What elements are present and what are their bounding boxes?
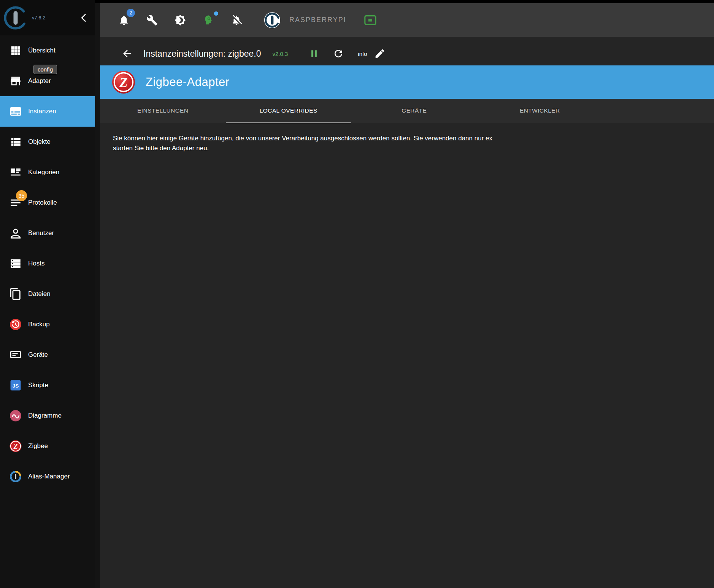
alias-icon [9, 470, 22, 483]
sidebar-item-hosts[interactable]: Hosts [0, 248, 95, 279]
window-top-strip [95, 0, 714, 3]
backup-icon [9, 318, 22, 331]
sidebar-item-label: Kategorien [28, 168, 59, 176]
back-button[interactable] [121, 47, 133, 60]
host-name: RASPBERRYPI [289, 16, 346, 24]
main-content: Instanzeinstellungen: zigbee.0 v2.0.3 in… [100, 37, 714, 588]
description-line-1: Sie können hier einige Geräte hinzufügen… [113, 133, 714, 143]
pause-instance-button[interactable] [308, 47, 321, 60]
app-version: v7.6.2 [32, 15, 78, 21]
svg-text:Z: Z [13, 443, 17, 450]
tabs: EINSTELLUNGENLOCAL OVERRIDESGERÄTEENTWIC… [100, 99, 603, 123]
sidebar-item-label: Übersicht [28, 47, 56, 54]
sidebar-item-label: Geräte [28, 351, 48, 359]
adapter-title: Zigbee-Adapter [146, 75, 230, 89]
log-count-badge: 35 [16, 190, 27, 201]
adapter-banner: Z Zigbee-Adapter [100, 65, 714, 99]
notifications-off-button[interactable] [230, 14, 243, 27]
sidebar-item-alias-manager[interactable]: Alias-Manager [0, 461, 95, 492]
tabs-bar: EINSTELLUNGENLOCAL OVERRIDESGERÄTEENTWIC… [100, 99, 714, 123]
picture-in-picture-icon [364, 13, 377, 27]
description-line-2: starten Sie bitte den Adapter neu. [113, 143, 714, 153]
topbar: 2 RASPBERRYPI [100, 3, 714, 37]
grid-icon [9, 44, 22, 57]
instance-header: Instanzeinstellungen: zigbee.0 v2.0.3 in… [100, 42, 714, 65]
instances-icon [9, 105, 22, 118]
pencil-icon [374, 48, 386, 59]
iobroker-logo-icon [263, 11, 281, 29]
sidebar-item-label: Zigbee [28, 442, 48, 450]
sidebar: v7.6.2 ÜbersichtAdapterInstanzenObjekteK… [0, 0, 95, 588]
wrench-icon [146, 14, 158, 26]
sidebar-item-label: Benutzer [28, 229, 54, 237]
back-arrow-icon [121, 48, 133, 59]
restart-instance-button[interactable] [332, 47, 345, 60]
sidebar-item-label: Diagramme [28, 412, 62, 420]
js-icon: JS [9, 379, 22, 392]
logs-icon: 35 [9, 196, 22, 209]
tab-ger-te[interactable]: GERÄTE [351, 99, 477, 123]
sidebar-item-label: Hosts [28, 260, 44, 267]
edit-button[interactable] [373, 47, 386, 60]
screen-width-button[interactable] [364, 14, 377, 27]
host-selector[interactable]: RASPBERRYPI [263, 11, 346, 29]
sidebar-item-zigbee[interactable]: ZZigbee [0, 431, 95, 461]
categories-icon [9, 166, 22, 179]
svg-text:JS: JS [13, 383, 19, 389]
sidebar-item-benutzer[interactable]: Benutzer [0, 218, 95, 248]
sidebar-item-label: Alias-Manager [28, 473, 70, 480]
expert-head-icon [203, 14, 214, 26]
sidebar-item-backup[interactable]: Backup [0, 309, 95, 340]
sidebar-item-kategorien[interactable]: Kategorien [0, 157, 95, 188]
sidebar-header: v7.6.2 [0, 0, 95, 35]
charts-icon [9, 409, 22, 422]
sidebar-item-objekte[interactable]: Objekte [0, 127, 95, 157]
pause-icon [308, 48, 320, 59]
notifications-off-icon [231, 14, 242, 26]
devices-icon [9, 348, 22, 361]
tab-entwickler[interactable]: ENTWICKLER [477, 99, 603, 123]
sidebar-item-protokolle[interactable]: 35Protokolle [0, 188, 95, 218]
sidebar-item-instanzen[interactable]: Instanzen [0, 96, 95, 127]
zigbee-icon: Z [9, 440, 22, 453]
page-title: Instanzeinstellungen: zigbee.0 [143, 49, 261, 59]
sidebar-item-label: Dateien [28, 290, 51, 298]
store-icon [9, 75, 22, 87]
sidebar-item-label: Instanzen [28, 108, 56, 115]
sidebar-item-diagramme[interactable]: Diagramme [0, 400, 95, 431]
expert-mode-dot [214, 11, 218, 16]
settings-button[interactable] [146, 14, 159, 27]
brightness-icon [175, 14, 186, 26]
sidebar-item-label: Objekte [28, 138, 51, 146]
refresh-icon [333, 48, 344, 59]
zigbee-logo-icon: Z [111, 70, 136, 94]
sidebar-item-label: Protokolle [28, 199, 57, 207]
sidebar-item-label: Skripte [28, 381, 48, 389]
sidebar-nav: ÜbersichtAdapterInstanzenObjekteKategori… [0, 35, 95, 492]
theme-toggle-button[interactable] [174, 14, 187, 27]
notifications-button[interactable]: 2 [117, 14, 130, 27]
sidebar-item-uebersicht[interactable]: Übersicht [0, 35, 95, 66]
tab-local-overrides[interactable]: LOCAL OVERRIDES [226, 99, 352, 123]
objects-icon [9, 135, 22, 148]
files-icon [9, 288, 22, 300]
tab-einstellungen[interactable]: EINSTELLUNGEN [100, 99, 226, 123]
hosts-icon [9, 257, 22, 270]
sidebar-item-label: Adapter [28, 77, 51, 85]
tab-content: Sie können hier einige Geräte hinzufügen… [100, 123, 714, 153]
sidebar-item-dateien[interactable]: Dateien [0, 279, 95, 309]
sidebar-item-skripte[interactable]: JSSkripte [0, 370, 95, 400]
info-link[interactable]: info [358, 51, 367, 57]
adapter-version: v2.0.3 [272, 51, 288, 57]
sidebar-item-label: Backup [28, 321, 50, 328]
notifications-badge: 2 [127, 9, 135, 17]
iobroker-logo-icon [3, 5, 28, 30]
user-icon [9, 227, 22, 240]
sidebar-item-geraete[interactable]: Geräte [0, 340, 95, 370]
expert-mode-button[interactable] [202, 14, 215, 27]
collapse-sidebar-button[interactable] [78, 12, 90, 24]
svg-text:Z: Z [119, 75, 127, 90]
config-tooltip: config [33, 65, 57, 74]
